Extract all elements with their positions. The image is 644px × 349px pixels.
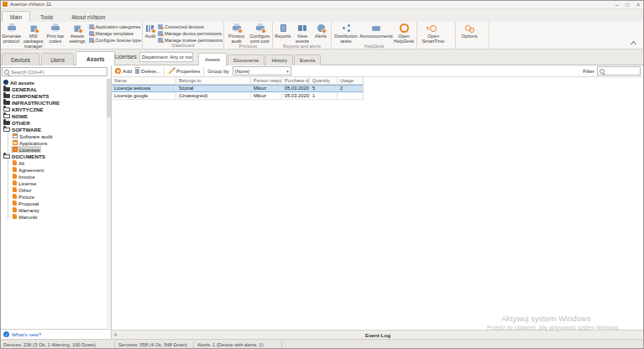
sidebar-item-documents[interactable]: DOCUMENTS [2, 153, 47, 159]
open-smarttime-button[interactable]: Open SmartTime [418, 23, 448, 44]
content-area: Add Delete... Properties Group by (None)… [112, 65, 644, 339]
open-helpdesk-button[interactable]: Open HelpDesk [393, 23, 415, 44]
column-header-usage[interactable]: Usage [338, 77, 364, 85]
sidebar-item-invoice[interactable]: Invoice [11, 173, 37, 180]
tab-tools[interactable]: Tools [32, 11, 61, 22]
subtab-events[interactable]: Events [294, 55, 321, 65]
sidebar-item-warunki[interactable]: Warunki [11, 213, 39, 220]
group-by-dropdown[interactable]: (None) [233, 66, 291, 76]
tab-about-nvision[interactable]: About nVision [63, 11, 113, 22]
manage-device-permissions-button[interactable]: Manage device permissions [158, 31, 223, 36]
sidebar-item-licenses[interactable]: Licenses [11, 146, 41, 153]
sidebar-item-agreement[interactable]: Agreement [11, 166, 45, 173]
search-input[interactable] [11, 70, 105, 75]
document-icon [13, 167, 17, 172]
group-label-printouts: Printouts [225, 44, 271, 49]
connected-devices-button[interactable]: Connected devices [158, 24, 223, 29]
reports-button[interactable]: Reports [274, 23, 292, 39]
sidebar-item-all-assets[interactable]: All assets [2, 79, 36, 86]
generate-protocol-button[interactable]: Generate protocol [1, 23, 22, 44]
options-button[interactable]: Options [457, 23, 482, 39]
column-header-name[interactable]: Name [112, 77, 176, 85]
configure-license-type-button[interactable]: Configure license type [89, 38, 141, 43]
life-ring-icon [398, 23, 410, 33]
sidebar-item-applications[interactable]: Applications [11, 139, 49, 146]
scrollbar-thumb[interactable] [107, 79, 111, 117]
sidebar-item-license[interactable]: License [11, 180, 38, 186]
sidebar-item-components[interactable]: COMPONENTS [2, 92, 50, 99]
sidebar-item-nowe[interactable]: NOWE [2, 112, 29, 119]
audit-button[interactable]: Audit [144, 23, 157, 39]
folder-icon [3, 121, 10, 125]
event-log-bar[interactable]: « Event Log [112, 330, 644, 339]
subtab-assets[interactable]: Assets [198, 53, 227, 65]
sidebar-item-general[interactable]: GENERAL [2, 86, 39, 92]
table-row[interactable]: Licencje google (Unassigned) Mikuz 05.03… [112, 92, 364, 100]
sidebar-item-all[interactable]: All [11, 159, 26, 166]
status-bar: Devices: 236 (3 Ok, 1 Warning, 190 Down)… [0, 339, 644, 349]
tab-main[interactable]: Main [2, 11, 30, 22]
ribbon-group-dataguard: Audit Connected devices Manage device pe… [143, 22, 224, 49]
sidebar-item-infrastructure[interactable]: INFRASTRUCTURE [2, 99, 61, 106]
tab-assets[interactable]: Assets [76, 51, 115, 65]
chevron-down-icon [286, 69, 289, 74]
sidebar-item-warranty[interactable]: Warranty [11, 206, 41, 213]
package-gear-icon [28, 23, 39, 33]
software-audit-icon [13, 133, 18, 138]
sidebar-item-proposal[interactable]: Proposal [11, 200, 40, 206]
department-filter-dropdown[interactable]: Department: Any or none [139, 52, 193, 62]
filter-input[interactable] [606, 69, 638, 74]
subtab-history[interactable]: History [265, 55, 293, 65]
sidebar-item-software[interactable]: SOFTWARE [2, 126, 43, 133]
distribution-tasks-button[interactable]: Distribution tasks [332, 23, 359, 44]
delete-button[interactable]: Delete... [135, 68, 160, 74]
printer-icon [6, 23, 18, 33]
configure-print-cost-button[interactable]: Configure print cost [249, 23, 271, 44]
printout-audit-icon [231, 23, 243, 33]
table-header: Name Belongs to Person respon Purchase d… [112, 77, 364, 85]
subtab-documents[interactable]: Documents [228, 55, 264, 65]
ribbon-group-options: Options [456, 22, 490, 49]
add-button[interactable]: Add [115, 68, 132, 74]
column-header-person-responsible[interactable]: Person respon [251, 77, 282, 85]
announcements-button[interactable]: Announcements [360, 23, 392, 39]
table-row[interactable]: Licencja testowa Szpital Mikuz 05.03.202… [112, 85, 364, 92]
alerts-button[interactable]: Alerts [312, 23, 329, 39]
assets-settings-button[interactable]: Assets settings [66, 23, 87, 44]
separator [203, 67, 204, 76]
content-toolbar: Add Delete... Properties Group by (None)… [112, 65, 644, 77]
whats-new-link[interactable]: What's new? [12, 331, 41, 337]
ribbon-group-helpdesk: Distribution tasks Announcements Open He… [332, 22, 417, 49]
application-categories-button[interactable]: Application categories [89, 24, 141, 29]
sidebar-item-other-doc[interactable]: Other [11, 186, 33, 193]
print-bar-codes-button[interactable]: Print bar codes [45, 23, 65, 44]
manage-templates-button[interactable]: Manage templates [89, 31, 141, 36]
search-icon [4, 70, 9, 75]
expand-panel-icon[interactable]: « [112, 333, 118, 336]
msi-packages-manager-button[interactable]: MSI packages manager [23, 23, 44, 49]
sidebar-item-software-audit[interactable]: Software audit [11, 133, 55, 139]
column-header-belongs-to[interactable]: Belongs to [176, 77, 251, 85]
open-folder-icon [3, 107, 10, 112]
sidebar-item-krytyczne[interactable]: KRYTYCZNE [2, 106, 45, 112]
folder-icon [3, 94, 10, 98]
group-by-label: Group by [207, 68, 228, 74]
close-icon[interactable]: × [636, 1, 640, 8]
restore-icon[interactable]: □ [626, 1, 629, 8]
printout-audit-button[interactable]: Printout audit [225, 23, 248, 44]
sidebar-item-picture[interactable]: Picture [11, 193, 36, 200]
tab-users[interactable]: Users [41, 53, 74, 65]
properties-button[interactable]: Properties [168, 68, 200, 74]
minimize-icon[interactable]: – [615, 1, 619, 8]
view-events-button[interactable]: View events [293, 23, 312, 44]
group-label-dataguard: DataGuard [144, 43, 223, 49]
info-icon [3, 331, 9, 337]
column-header-quantity[interactable]: Quantity [310, 77, 338, 85]
tree-scrollbar[interactable] [107, 79, 111, 328]
print-cost-icon [254, 23, 266, 33]
tab-devices[interactable]: Devices [2, 53, 39, 65]
sidebar-item-other[interactable]: OTHER [2, 119, 32, 126]
all-assets-icon [3, 80, 8, 85]
templates-icon [89, 31, 94, 36]
column-header-purchase-date[interactable]: Purchase date [282, 77, 310, 85]
